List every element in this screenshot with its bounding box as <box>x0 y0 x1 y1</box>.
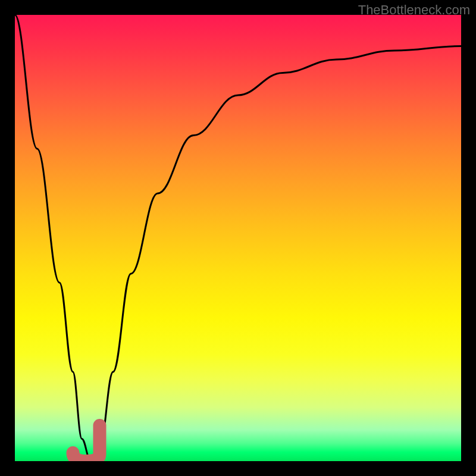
watermark-text: TheBottleneck.com <box>358 2 470 18</box>
bottleneck-curve-path <box>15 15 461 461</box>
sweet-spot-j-marker <box>73 425 100 461</box>
chart-svg <box>15 15 461 461</box>
chart-plot-area <box>15 15 461 461</box>
